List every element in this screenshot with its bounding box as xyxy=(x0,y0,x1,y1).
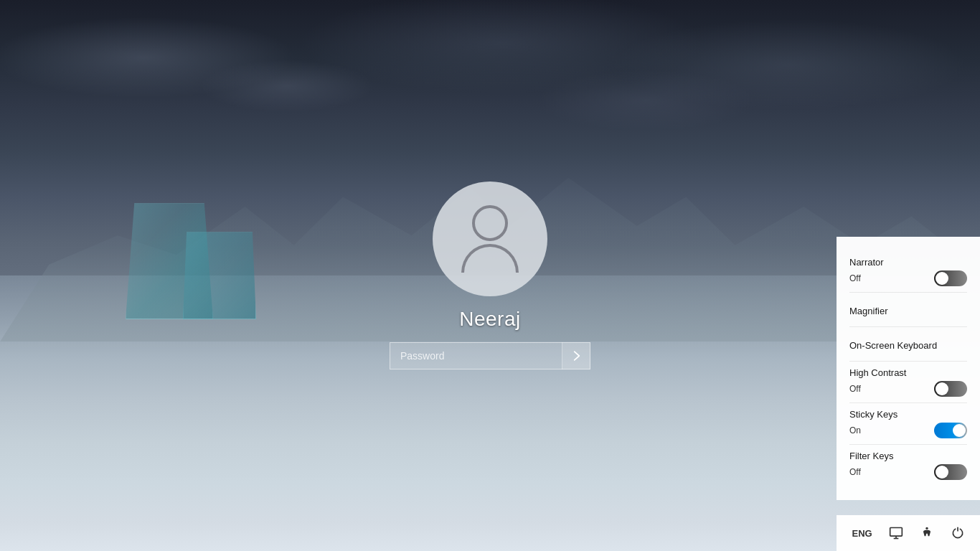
access-label-on-screen-keyboard[interactable]: On-Screen Keyboard xyxy=(849,333,967,355)
access-item-filter-keys: Filter Keys Off xyxy=(849,445,967,486)
password-container xyxy=(390,342,590,369)
access-item-on-screen-keyboard: On-Screen Keyboard xyxy=(849,327,967,362)
access-status-high-contrast: Off xyxy=(849,384,861,394)
svg-point-3 xyxy=(925,527,928,529)
accessibility-panel: Narrator Off Magnifier On-Screen Keyboar… xyxy=(837,237,980,500)
toggle-knob-filter-keys xyxy=(936,466,948,479)
display-icon xyxy=(889,526,903,540)
avatar-icon xyxy=(461,205,519,273)
avatar xyxy=(433,182,547,296)
access-item-narrator: Narrator Off xyxy=(849,251,967,293)
toggle-sticky-keys[interactable] xyxy=(934,423,967,438)
access-status-sticky-keys: On xyxy=(849,425,861,435)
access-item-magnifier: Magnifier xyxy=(849,293,967,327)
toggle-narrator[interactable] xyxy=(934,270,967,286)
display-button[interactable] xyxy=(885,522,908,545)
username-label: Neeraj xyxy=(459,308,520,331)
avatar-body xyxy=(461,244,519,273)
arrow-right-icon xyxy=(570,349,584,363)
access-item-high-contrast: High Contrast Off xyxy=(849,362,967,403)
power-icon xyxy=(951,526,965,540)
power-button[interactable] xyxy=(946,522,969,545)
access-status-narrator: Off xyxy=(849,273,861,283)
access-toggle-row-filter-keys: Off xyxy=(849,464,967,480)
access-label-narrator: Narrator xyxy=(849,257,967,268)
access-toggle-row-narrator: Off xyxy=(849,270,967,286)
password-submit-button[interactable] xyxy=(562,342,590,369)
svg-rect-0 xyxy=(890,528,902,537)
toggle-knob-high-contrast xyxy=(936,382,948,395)
access-label-filter-keys: Filter Keys xyxy=(849,451,967,461)
login-container: Neeraj xyxy=(390,182,590,369)
accessibility-button[interactable] xyxy=(915,522,938,545)
toggle-filter-keys[interactable] xyxy=(934,464,967,480)
glass-building xyxy=(111,161,312,319)
language-button[interactable]: ENG xyxy=(847,524,876,543)
password-input[interactable] xyxy=(390,342,590,369)
access-label-high-contrast: High Contrast xyxy=(849,367,967,378)
toggle-high-contrast[interactable] xyxy=(934,381,967,397)
access-toggle-row-high-contrast: Off xyxy=(849,381,967,397)
access-item-sticky-keys: Sticky Keys On xyxy=(849,403,967,445)
access-toggle-row-sticky-keys: On xyxy=(849,423,967,438)
access-status-filter-keys: Off xyxy=(849,467,861,477)
toggle-knob-sticky-keys xyxy=(953,424,966,437)
toggle-knob-narrator xyxy=(936,272,948,285)
bottom-bar: ENG xyxy=(837,515,980,551)
access-label-sticky-keys: Sticky Keys xyxy=(849,409,967,420)
avatar-head xyxy=(472,205,508,241)
access-label-magnifier[interactable]: Magnifier xyxy=(849,298,967,321)
accessibility-icon xyxy=(920,526,934,540)
